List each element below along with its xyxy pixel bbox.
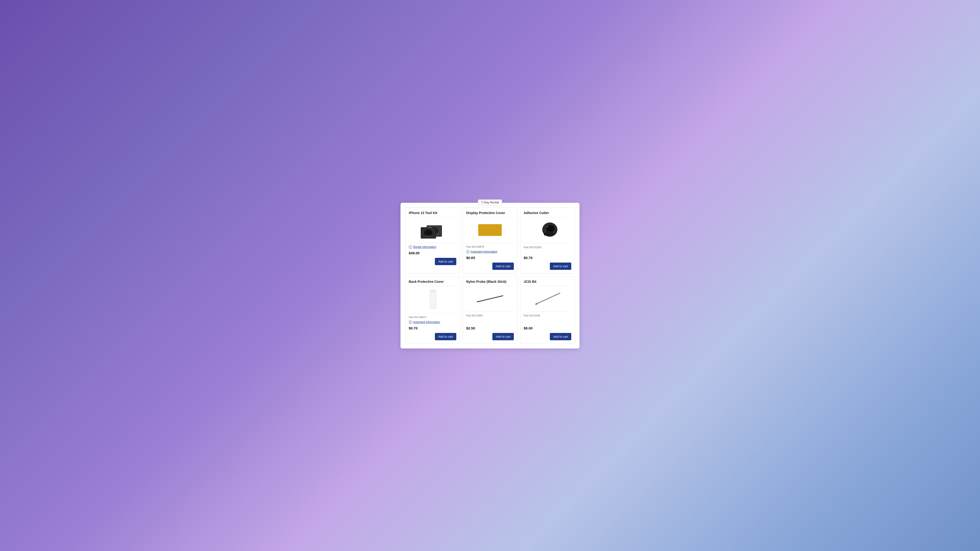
product-price: $0.70	[524, 256, 571, 260]
important-information-link[interactable]: i Important Information	[409, 321, 456, 324]
svg-rect-14	[544, 233, 554, 235]
jcis-bit-image	[532, 291, 563, 307]
rental-badge: 7-Day Rental	[478, 199, 502, 205]
display-cover-image	[478, 224, 502, 236]
product-price: $0.65	[466, 256, 514, 260]
page-container: 7-Day Rental iPhone 13 Tool Kit	[401, 203, 579, 348]
product-image-area	[524, 286, 571, 312]
info-icon: i	[466, 250, 469, 253]
product-title: Adhesive Cutter	[524, 211, 571, 215]
product-title: iPhone 13 Tool Kit	[409, 211, 456, 215]
part-number: Part 922-5065	[466, 314, 514, 317]
part-number: Part 923-01092	[524, 246, 571, 249]
product-image-area	[524, 217, 571, 243]
back-cover-image	[426, 289, 439, 311]
product-title: JCIS Bit	[524, 280, 571, 284]
svg-rect-7	[424, 235, 433, 237]
add-to-cart-button[interactable]: Add to cart	[492, 262, 514, 270]
product-image-area	[409, 286, 456, 313]
product-card-back-protective-cover: Back Protective Cover Part 923-06617 i I…	[405, 276, 460, 344]
add-to-cart-button[interactable]: Add to cart	[550, 333, 571, 340]
part-number: Part 923-06617	[409, 316, 456, 319]
product-price: $2.50	[466, 326, 514, 330]
add-to-cart-button[interactable]: Add to cart	[435, 258, 456, 265]
part-number: Part 923-0246	[524, 314, 571, 317]
product-card-nylon-probe: Nylon Probe (Black Stick) Part 922-5065 …	[463, 276, 517, 344]
svg-line-20	[477, 296, 503, 302]
important-information-link[interactable]: i Important information	[466, 250, 514, 253]
add-to-cart-button[interactable]: Add to cart	[550, 262, 571, 270]
product-title: Display Protective Cover	[466, 211, 514, 215]
product-image-area	[466, 217, 514, 243]
svg-rect-17	[430, 290, 436, 308]
add-to-cart-button[interactable]: Add to cart	[435, 333, 456, 340]
product-card-iphone-13-tool-kit: iPhone 13 Tool Kit	[405, 208, 460, 273]
product-card-adhesive-cutter: Adhesive Cutter Part 923-01092	[520, 208, 575, 273]
product-price: $0.70	[409, 326, 456, 330]
nylon-probe-image	[475, 293, 505, 305]
product-image-area	[409, 217, 456, 243]
adhesive-cutter-image	[536, 220, 559, 241]
part-number: Part 923-04878	[466, 245, 514, 248]
product-grid: iPhone 13 Tool Kit	[405, 208, 575, 344]
product-price: $49.00	[409, 251, 456, 255]
svg-rect-8	[427, 227, 432, 228]
add-to-cart-button[interactable]: Add to cart	[492, 333, 514, 340]
product-title: Back Protective Cover	[409, 280, 456, 284]
product-image-area	[466, 286, 514, 312]
product-title: Nylon Probe (Black Stick)	[466, 280, 514, 284]
product-card-display-protective-cover: Display Protective Cover Part 923-04878 …	[463, 208, 517, 273]
rental-information-link[interactable]: i Rental Information	[409, 245, 456, 249]
svg-line-22	[536, 293, 559, 304]
svg-point-15	[546, 226, 549, 228]
product-price: $8.00	[524, 326, 571, 330]
info-icon: i	[409, 245, 412, 249]
tool-kit-image	[420, 221, 445, 240]
svg-rect-18	[431, 291, 435, 292]
svg-point-6	[424, 230, 433, 236]
svg-line-21	[536, 294, 559, 304]
product-card-jcis-bit: JCIS Bit Part 923-0246 $8.00 Add to cart	[520, 276, 575, 344]
info-icon: i	[409, 321, 412, 324]
